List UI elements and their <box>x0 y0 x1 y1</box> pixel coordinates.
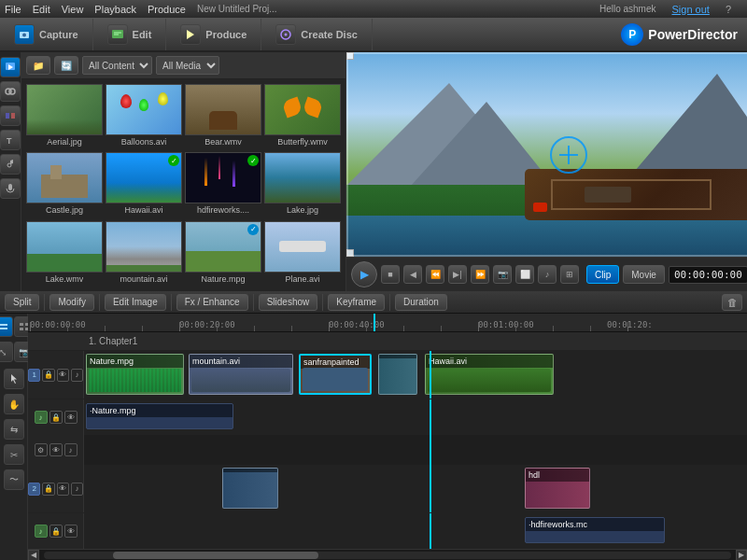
track-audio2-lock[interactable]: 🔒 <box>49 525 63 538</box>
clip-audio-hdfireworks[interactable]: ·hdfireworks.mc <box>525 517 665 543</box>
track-audio1-type-icon[interactable]: ♪ <box>35 411 48 424</box>
track-video1-type-icon[interactable]: 1 <box>28 369 40 382</box>
corner-handle-bl[interactable] <box>346 249 354 257</box>
menu-produce[interactable]: Produce <box>148 4 186 15</box>
track-volume-icon[interactable]: ♪ <box>71 369 83 382</box>
toolbar-disc-icon[interactable] <box>275 24 296 45</box>
media-item[interactable]: Aerial.jpg <box>26 84 103 149</box>
fx-enhance-button[interactable]: Fx / Enhance <box>176 294 248 311</box>
step-back-button[interactable]: ⏪ <box>426 265 444 284</box>
scroll-right-btn[interactable]: ▶ <box>736 550 747 561</box>
wavy-tool[interactable]: 〜 <box>4 469 24 490</box>
sidebar-music-icon[interactable] <box>0 154 21 175</box>
prev-frame-button[interactable]: ◀ <box>403 265 422 284</box>
media-item[interactable]: Plane.avi <box>264 221 341 287</box>
track-effects-eye[interactable]: 👁 <box>49 443 63 456</box>
clip-hawaii-main[interactable]: Hawaii.avi <box>425 354 554 395</box>
clip-mountain[interactable]: mountain.avi <box>189 354 293 395</box>
trim-tool[interactable]: ✂ <box>4 444 24 465</box>
movie-tab[interactable]: Movie <box>623 265 665 284</box>
track-lock-icon[interactable]: 🔒 <box>42 369 54 382</box>
menu-file[interactable]: File <box>5 4 21 15</box>
pointer-tool[interactable] <box>4 369 24 389</box>
grid-button[interactable]: ⊞ <box>560 265 579 284</box>
scroll-left-btn[interactable]: ◀ <box>28 550 39 561</box>
media-filter-select[interactable]: All Media <box>156 56 219 75</box>
slideshow-button[interactable]: Slideshow <box>259 294 318 311</box>
sidebar-titles-icon[interactable]: T <box>0 130 21 150</box>
track-audio-lock[interactable]: 🔒 <box>49 411 63 424</box>
main-toolbar: Capture Edit Produce Create Disc P Power… <box>0 19 747 52</box>
clip-lake[interactable] <box>222 468 278 509</box>
undock-icon[interactable]: ⤡ <box>0 342 13 362</box>
timeline-left-tools: ⤡ 📷 ✋ ⇆ ✂ 〜 <box>0 314 28 560</box>
toolbar-produce-icon[interactable] <box>180 24 201 45</box>
content-filter-select[interactable]: All Content <box>82 56 152 75</box>
menu-view[interactable]: View <box>62 4 84 15</box>
keyframe-button[interactable]: Keyframe <box>328 294 385 311</box>
sidebar-transitions-icon[interactable] <box>0 105 21 126</box>
track-audio2-eye[interactable]: 👁 <box>64 525 78 538</box>
menu-playback[interactable]: Playback <box>94 4 136 15</box>
media-item[interactable]: Castle.jpg <box>26 152 103 217</box>
app-body: T 📁 🔄 All Content All Media <box>0 52 747 560</box>
track-effects-icon[interactable]: ⚙ <box>35 443 48 456</box>
clip-tab[interactable]: Clip <box>586 265 619 284</box>
toolbar-capture-icon[interactable] <box>14 24 35 45</box>
hand-tool[interactable]: ✋ <box>4 394 24 414</box>
split-button[interactable]: Split <box>5 294 39 311</box>
media-item[interactable]: ✓ Hawaii.avi <box>106 152 182 217</box>
clip-nature[interactable]: Nature.mpg <box>86 354 184 395</box>
record-button[interactable]: ⬜ <box>515 265 534 284</box>
sidebar-voice-icon[interactable] <box>0 178 21 199</box>
stop-button[interactable]: ■ <box>381 265 400 284</box>
track-audio2-type-icon[interactable]: ♪ <box>35 525 48 538</box>
delete-button[interactable]: 🗑 <box>722 294 742 311</box>
media-item[interactable]: ✓ Nature.mpg <box>185 221 261 287</box>
media-item[interactable]: Lake.wmv <box>26 221 103 287</box>
media-item[interactable]: mountain.avi <box>106 221 182 287</box>
media-item[interactable]: Lake.jpg <box>264 152 341 217</box>
toolbar-sep-6 <box>389 294 390 311</box>
corner-handle-tl[interactable] <box>346 52 354 60</box>
track-audio-eye[interactable]: 👁 <box>64 411 78 424</box>
clip-sanfran[interactable]: sanfranpainted <box>299 354 372 395</box>
timeline-playhead[interactable] <box>374 314 375 331</box>
track-video2-type-icon[interactable]: 2 <box>28 483 40 496</box>
pd-icon: P <box>621 23 643 46</box>
modify-button[interactable]: Modify <box>49 294 93 311</box>
ripple-tool[interactable]: ⇆ <box>4 419 24 440</box>
snapshot-button[interactable]: 📷 <box>493 265 512 284</box>
track-video2-lock[interactable]: 🔒 <box>42 483 54 496</box>
edit-image-button[interactable]: Edit Image <box>105 294 166 311</box>
sign-out-link[interactable]: Sign out <box>672 4 710 15</box>
play-button[interactable]: ▶ <box>351 261 377 287</box>
track-video2-eye[interactable]: 👁 <box>57 483 69 496</box>
timeline-icon[interactable] <box>0 316 13 337</box>
track-effects-vol[interactable]: ♪ <box>64 443 78 456</box>
add-media-btn[interactable]: 📁 <box>26 56 50 75</box>
track-header-audio2: ♪ 🔒 👁 <box>28 513 84 549</box>
media-item[interactable]: Butterfly.wmv <box>264 84 341 149</box>
duration-button[interactable]: Duration <box>395 294 447 311</box>
next-frame-button[interactable]: ▶| <box>448 265 467 284</box>
sidebar-media-icon[interactable] <box>0 57 21 77</box>
fast-forward-button[interactable]: ⏩ <box>471 265 489 284</box>
clip-bridge[interactable] <box>378 354 417 395</box>
toolbar-edit-icon[interactable] <box>107 24 128 45</box>
clip-hdfireworks[interactable]: hdl <box>525 468 590 509</box>
track-video2-vol[interactable]: ♪ <box>71 483 83 496</box>
help-icon[interactable]: ? <box>726 4 731 15</box>
timeline-toolbar: Split Modify Edit Image Fx / Enhance Sli… <box>0 291 747 314</box>
hscroll-thumb[interactable] <box>113 552 319 559</box>
audio-button[interactable]: ♪ <box>538 265 557 284</box>
track-eye-icon[interactable]: 👁 <box>57 369 69 382</box>
media-item[interactable]: Balloons.avi <box>106 84 182 149</box>
media-item[interactable]: Bear.wmv <box>185 84 261 149</box>
media-item[interactable]: ✓ hdfireworks.... <box>185 152 261 217</box>
track-playhead-line <box>430 351 431 399</box>
clip-audio-nature[interactable]: ·Nature.mpg <box>86 403 233 429</box>
refresh-btn[interactable]: 🔄 <box>54 56 78 75</box>
sidebar-fx-icon[interactable] <box>0 81 21 102</box>
menu-edit[interactable]: Edit <box>33 4 50 15</box>
